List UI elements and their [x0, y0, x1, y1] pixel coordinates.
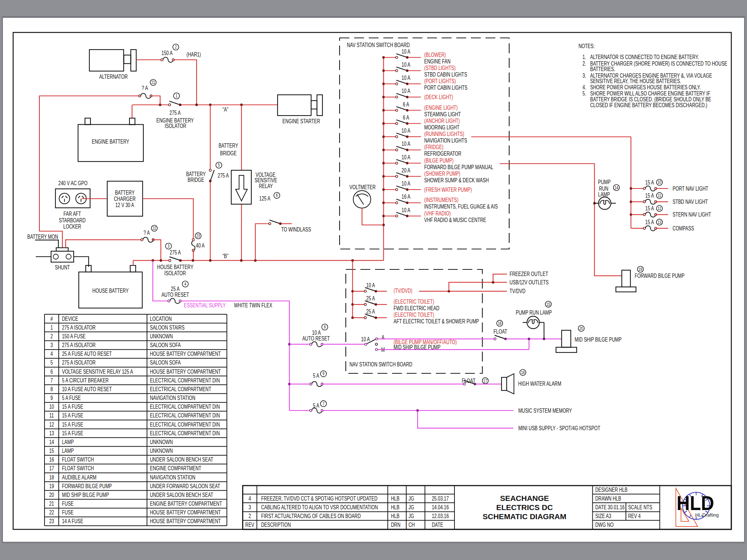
svg-text:ENGINE FAN: ENGINE FAN [424, 58, 450, 65]
svg-text:REFRIDGERATOR: REFRIDGERATOR [424, 150, 461, 157]
svg-text:AUTO RESET: AUTO RESET [302, 335, 330, 342]
svg-text:“A”: “A” [222, 106, 228, 113]
svg-text:ELECTRICAL COMPARTMENT DIN: ELECTRICAL COMPARTMENT DIN [150, 421, 220, 428]
svg-text:STBD NAV LIGHT: STBD NAV LIGHT [673, 198, 708, 205]
svg-text:(VHF RADIO): (VHF RADIO) [424, 210, 451, 217]
svg-text:5: 5 [218, 163, 220, 168]
svg-text:20: 20 [580, 326, 583, 331]
svg-text:ISOLATOR: ISOLATOR [164, 269, 186, 276]
svg-text:15 A: 15 A [645, 219, 654, 226]
svg-text:ELECTRICS DC: ELECTRICS DC [496, 503, 553, 512]
svg-text:10 A: 10 A [366, 282, 375, 289]
svg-text:13: 13 [658, 219, 661, 225]
svg-text:25 A: 25 A [366, 295, 375, 302]
svg-text:240 V AC GPO: 240 V AC GPO [58, 180, 88, 187]
svg-text:SCALE NTS: SCALE NTS [628, 504, 652, 511]
svg-text:LAMP: LAMP [62, 439, 74, 446]
svg-text:275 A ISOLATOR: 275 A ISOLATOR [62, 342, 96, 349]
svg-text:REV 4: REV 4 [628, 513, 640, 520]
svg-text:HOUSE BATTERY COMPARTMENT: HOUSE BATTERY COMPARTMENT [150, 518, 221, 525]
svg-text:10 A: 10 A [402, 206, 410, 213]
svg-text:FORWARD BILGE PUMP: FORWARD BILGE PUMP [62, 483, 112, 490]
svg-text:5 A: 5 A [313, 372, 319, 379]
svg-text:ELECTRICAL COMPARTMENT DIN: ELECTRICAL COMPARTMENT DIN [150, 403, 220, 410]
svg-text:19: 19 [639, 267, 642, 272]
svg-text:4: 4 [184, 281, 186, 287]
svg-text:15 A: 15 A [645, 192, 654, 199]
svg-text:ESSENTIAL SUPPLY: ESSENTIAL SUPPLY [184, 302, 225, 309]
svg-text:(INSTRUMENTS): (INSTRUMENTS) [424, 197, 458, 203]
svg-text:5 A: 5 A [313, 402, 319, 409]
svg-text:6: 6 [276, 193, 278, 198]
svg-text:CABLING ALTERED TO ALIGN TO VS: CABLING ALTERED TO ALIGN TO VSR DOCUMENT… [261, 504, 378, 511]
svg-text:5: 5 [50, 359, 53, 366]
svg-text:18: 18 [49, 474, 54, 481]
svg-text:BATTERY: BATTERY [115, 189, 135, 196]
svg-text:(BLOWER): (BLOWER) [424, 51, 446, 58]
svg-text:TO WINDLASS: TO WINDLASS [281, 226, 311, 233]
svg-text:(STBD LIGHTS): (STBD LIGHTS) [424, 65, 456, 71]
svg-text:BRIDGE: BRIDGE [187, 176, 204, 183]
svg-text:UNDER FORWARD SALOON SEAT: UNDER FORWARD SALOON SEAT [150, 483, 220, 490]
svg-text:3: 3 [167, 244, 169, 249]
svg-text:6: 6 [50, 368, 53, 375]
svg-text:MID SHIP BILGE PUMP: MID SHIP BILGE PUMP [62, 491, 109, 498]
svg-text:5 A FUSE: 5 A FUSE [62, 394, 81, 401]
svg-text:UNKNOWN: UNKNOWN [150, 333, 173, 340]
svg-text:PORT CABIN LIGHTS: PORT CABIN LIGHTS [424, 84, 468, 91]
svg-text:22: 22 [49, 509, 54, 516]
svg-text:? A: ? A [142, 85, 148, 92]
svg-text:1: 1 [175, 93, 177, 98]
svg-text:HLB: HLB [391, 495, 399, 502]
svg-text:SENSITIVE RELAY, THE HOUSE BAT: SENSITIVE RELAY, THE HOUSE BATTERIES. [590, 78, 681, 85]
svg-text:FIRST ACTUALTRACING OF CABLES: FIRST ACTUALTRACING OF CABLES ON BOARD [261, 513, 361, 520]
svg-text:NOTES:: NOTES: [578, 43, 595, 50]
svg-text:20 A: 20 A [402, 167, 410, 174]
svg-text:SIZE A3: SIZE A3 [595, 513, 611, 520]
svg-text:SHOWER SUMP & DECK WASH: SHOWER SUMP & DECK WASH [424, 177, 489, 184]
svg-text:(ANCHOR LIGHT): (ANCHOR LIGHT) [424, 117, 460, 124]
svg-text:275 A: 275 A [218, 172, 229, 179]
svg-text:DRN: DRN [391, 521, 400, 528]
svg-text:DRAWN HLB: DRAWN HLB [595, 495, 621, 502]
svg-text:FREEZER OUTLET: FREEZER OUTLET [510, 271, 548, 277]
svg-text:15 A FUSE: 15 A FUSE [62, 430, 83, 437]
svg-text:ELECTRICAL COMPARTMENT: ELECTRICAL COMPARTMENT [150, 386, 211, 393]
svg-text:(BILGE PUMP): (BILGE PUMP) [424, 157, 454, 164]
svg-text:9: 9 [50, 394, 53, 401]
svg-text:275 A ISOLATOR: 275 A ISOLATOR [62, 324, 96, 331]
svg-text:DESCRIPTION: DESCRIPTION [261, 521, 291, 528]
svg-text:15 A: 15 A [645, 179, 654, 186]
svg-text:(ELECTRIC TOILET): (ELECTRIC TOILET) [394, 311, 434, 318]
svg-text:10 A: 10 A [402, 127, 410, 134]
svg-text:25.03.17: 25.03.17 [432, 495, 449, 502]
svg-text:3: 3 [248, 504, 251, 511]
svg-text:PUMP RUN LAMP: PUMP RUN LAMP [516, 309, 552, 316]
svg-text:21: 21 [49, 500, 54, 507]
svg-text:ALTERNATOR: ALTERNATOR [99, 73, 128, 80]
svg-text:4: 4 [50, 350, 53, 357]
svg-text:VHF RADIO & MUSIC CENTRE: VHF RADIO & MUSIC CENTRE [424, 216, 486, 223]
svg-text:(SHOWER PUMP): (SHOWER PUMP) [424, 170, 460, 177]
svg-text:HLD: HLD [677, 492, 714, 514]
svg-text:8: 8 [324, 324, 326, 330]
svg-text:2: 2 [248, 513, 251, 520]
svg-text:NAVIGATION LIGHTS: NAVIGATION LIGHTS [424, 137, 467, 144]
svg-text:MID SHIP BILGE PUMP: MID SHIP BILGE PUMP [575, 336, 622, 343]
svg-text:HIGH WATER ALARM: HIGH WATER ALARM [518, 380, 561, 387]
svg-text:MOORING LIGHT: MOORING LIGHT [424, 124, 459, 131]
svg-text:BATTERIES.: BATTERIES. [590, 66, 615, 73]
svg-text:(TV/DVD): (TV/DVD) [394, 287, 413, 294]
svg-text:3: 3 [50, 342, 53, 349]
svg-text:HL Drafting: HL Drafting [695, 512, 719, 518]
svg-text:15 A: 15 A [645, 205, 654, 212]
svg-text:INSTRUMENTS, FUEL GUAGE & AIS: INSTRUMENTS, FUEL GUAGE & AIS [424, 203, 498, 210]
svg-text:FORWARD BILGE PUMP MANUAL: FORWARD BILGE PUMP MANUAL [424, 163, 493, 170]
svg-text:ENGINE BATTERY: ENGINE BATTERY [92, 138, 129, 145]
svg-text:DESIGNER HLB: DESIGNER HLB [595, 486, 628, 493]
svg-text:DEVICE: DEVICE [62, 315, 78, 322]
svg-text:FAR AFT: FAR AFT [63, 210, 81, 217]
svg-text:FLOAT: FLOAT [494, 328, 507, 335]
svg-text:10 A FUSE AUTO RESET: 10 A FUSE AUTO RESET [62, 386, 112, 393]
svg-text:ELECTRICAL COMPARTMENT DIN: ELECTRICAL COMPARTMENT DIN [150, 430, 220, 437]
